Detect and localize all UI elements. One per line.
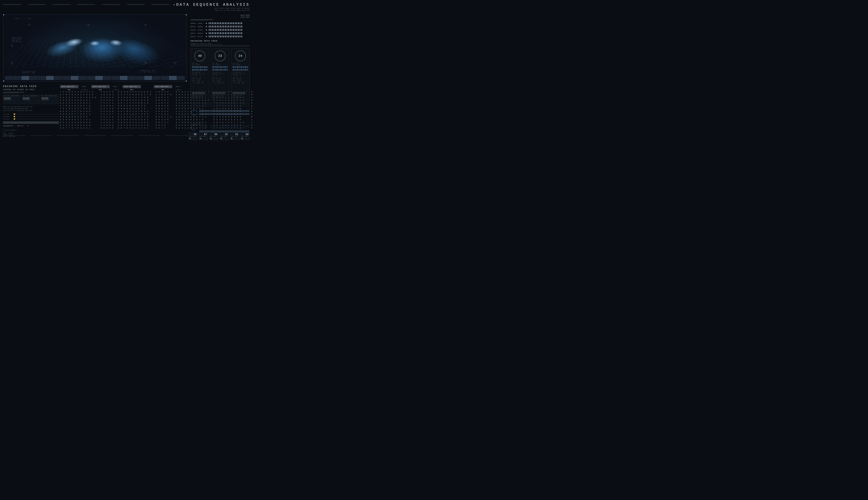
data-row: 1 0 0 4 1	[251, 118, 253, 121]
data-row: 8 8 1 5 9	[156, 118, 172, 121]
data-row: 4 8 9 8 5	[156, 110, 172, 113]
mini-chart[interactable]	[209, 125, 218, 129]
data-row: 8 6 8 8 0 7 7 8 6 7 2	[60, 113, 96, 116]
viz-annotation: 11011 800 011 90018800 00 11 · 9870	[22, 71, 36, 73]
gauge-chip-icon	[200, 92, 202, 94]
header-subline-1: 88273 00874 18402 38765 12887 53 491883	[174, 8, 250, 9]
telemetry-track[interactable]: 99387 08334	[191, 32, 250, 34]
data-row: 9 8 8 5 8 8 7 1 7 5 4	[60, 118, 96, 121]
mini-chart-row	[191, 102, 250, 107]
telemetry-track[interactable]: 80165 07255	[191, 29, 250, 31]
info-text-block: 00872 01738 80 196 00097 80 80 42110 111…	[3, 106, 59, 112]
data-row: 6 1 8 9 5 8 5 9 8 8 4	[118, 118, 151, 121]
metric-tile[interactable]: 58DCS · 062	[241, 132, 250, 140]
gauge-chip-icon	[220, 92, 222, 94]
mini-chart[interactable]	[241, 125, 250, 129]
radial-gauge-icon	[191, 125, 197, 130]
viz-annotation: ▸ 80291 · 11 · 8 · 11091	[14, 18, 31, 19]
data-row: 2 8 9 2 5	[156, 104, 172, 107]
mini-chart[interactable]	[239, 102, 250, 107]
data-row: 2 1 5 8 4 8 3 7 0 5 0	[118, 113, 151, 116]
data-row: 9 3 3 4 1	[251, 96, 253, 99]
telemetry-track[interactable]: 90318 89686	[191, 25, 250, 27]
mini-chart[interactable]	[199, 125, 208, 129]
data-row: 8 8 9 8 8 2 8 3 3 5 1	[60, 99, 96, 102]
mini-track	[199, 110, 250, 112]
data-column: 7 3 2 8 3 4 8 3 8 4 1 38 7 8 4 0 4 8 3 2…	[60, 91, 96, 129]
data-analysis-header[interactable]: DATA ANALYSIS : 004	[154, 85, 172, 88]
data-row: 9 8 0 8 3	[251, 104, 253, 107]
page-title: DATA SEQUENCE ANALYSIS	[174, 3, 250, 7]
mini-chart[interactable]	[191, 102, 201, 107]
data-row: 1 7 8 3 4 8	[156, 93, 172, 96]
sys-block-1[interactable]: SYS · 001 · SECTOR 88042	[3, 95, 21, 104]
data-row: 8 5 7 7 2 7 0 0 9 2 1	[60, 127, 96, 129]
slider-2[interactable]: 1100 80081	[3, 116, 59, 117]
data-row: 0 0 3 5 1	[101, 99, 114, 102]
data-row: 5 3 1 4 5	[101, 107, 114, 110]
data-row: 7 3 2 8 3 4 8 3 8 4 1 3	[60, 91, 96, 93]
gauge-chip-icon	[192, 92, 194, 94]
mini-chart[interactable]	[227, 102, 238, 107]
data-row: 0 3 1 8 1	[251, 113, 253, 116]
mini-chart[interactable]	[215, 102, 226, 107]
viz-annotation: ■ 800718 0011 · 887011 · 800 · 9001 · 11…	[140, 70, 156, 73]
data-row: 0 3 0 3 0	[251, 102, 253, 104]
data-row: 2 8 3 1 1	[101, 118, 114, 121]
data-row: 8 8 4 0	[156, 124, 172, 127]
gauge-dial-icon: 23	[215, 50, 226, 61]
data-row: 7 8 0 7 8	[251, 107, 253, 110]
telemetry-track[interactable]: 05565 98718	[191, 35, 250, 37]
system-sector-row: SYS · 001 · SECTOR 88042 SYS · 002 · SEC…	[3, 95, 59, 104]
data-row: 0 8 4 5 0	[101, 127, 114, 129]
radial-gauge-icon	[191, 110, 197, 115]
metric-tile[interactable]: 91DCS · 062	[230, 132, 239, 140]
doc-icon[interactable]	[3, 129, 5, 132]
data-row: 8 5 9 0 7	[156, 99, 172, 102]
data-row: 8 3 7 1 4 5 5 0 8 4 3	[118, 102, 151, 104]
data-row: 8 0 3 7 2 4	[156, 116, 172, 118]
data-row: 8 0 1 4	[156, 127, 172, 129]
data-column: 7 8 2 4 04 8 2 8 28 4 8 2 90 0 3 5 17 4 …	[101, 91, 114, 129]
data-row: 0 8 0 6 0 0 3 5 7 5	[118, 107, 151, 110]
gauge-chip-icon	[240, 92, 242, 94]
main-visualization-panel[interactable]: ▸ 80291 · 11 · 8 · 11091 38100 8700 0180…	[3, 14, 187, 82]
mini-chart[interactable]	[203, 102, 214, 107]
data-row: 8 3 4 7 8 9 7 0 4 0 5	[60, 110, 96, 113]
gauge-chip-icon	[238, 92, 240, 94]
metric-tile[interactable]: 90DCS · 067	[209, 132, 218, 140]
data-row: 8 3 8 8 1	[101, 104, 114, 107]
gauge-card[interactable]: 23 SYS · 00180 · 18 0070 DATA ANALYZER▸0…	[211, 48, 229, 100]
data-row: 5 8 1 4 2	[251, 127, 253, 129]
gauge-card[interactable]: 24 SYS · 00180 · 18 0070 DATA ANALYZER▸0…	[231, 48, 250, 100]
gauge-card[interactable]: 40 SYS · 00180 · 18 0070 DATA ANALYZER▸0…	[191, 48, 209, 100]
data-analysis-header[interactable]: DATA ANALYSIS : 001	[60, 85, 79, 88]
data-row: 4 8 2 8 2	[101, 93, 114, 96]
analysis-label: DATA ANALYSIS	[191, 123, 250, 124]
data-row: 4 0 8 0 5	[101, 110, 114, 113]
mini-chart[interactable]	[230, 125, 239, 129]
metric-tile[interactable]: 48DCS · 062	[189, 132, 197, 140]
data-analysis-header[interactable]: DATA ANALYSIS : 002	[91, 85, 110, 88]
data-row: 7 5 0 4	[251, 121, 253, 124]
data-row: 1 2 8 2 5	[156, 102, 172, 104]
data-row: 0 8 0 2 5	[251, 99, 253, 102]
data-analysis-header[interactable]: DATA ANALYSIS : 003	[123, 85, 141, 88]
viz-timeline[interactable]	[5, 76, 185, 80]
gauge-chip-icon	[243, 92, 245, 94]
gauge-chip-icon	[223, 92, 225, 94]
slider-group: 1000 28982 1100 80081 0105 80857	[3, 113, 59, 120]
slider-3[interactable]: 0105 80857	[3, 118, 59, 120]
sys-block-3[interactable]: SYS · 003 · SECTOR 17562	[41, 95, 59, 104]
slider-1[interactable]: 1000 28982	[3, 113, 59, 115]
metric-tile[interactable]: 25DCS · 062	[220, 132, 229, 140]
data-analysis-header	[142, 85, 153, 88]
telemetry-track[interactable]: 88056 18357	[191, 22, 250, 24]
metric-tile[interactable]: 67DCS · 062	[199, 132, 208, 140]
data-column: 3 8 8 0 20 3 0 6 09 3 3 4 10 8 0 2 50 3 …	[251, 91, 253, 129]
gauge-chip-icon	[235, 92, 237, 94]
mini-chart[interactable]	[220, 125, 229, 129]
data-row: 5 1 2 5 7	[101, 113, 114, 116]
sys-block-2[interactable]: SYS · 002 · SECTOR 88357	[22, 95, 40, 104]
data-row: 7 4 1 7 1	[101, 102, 114, 104]
